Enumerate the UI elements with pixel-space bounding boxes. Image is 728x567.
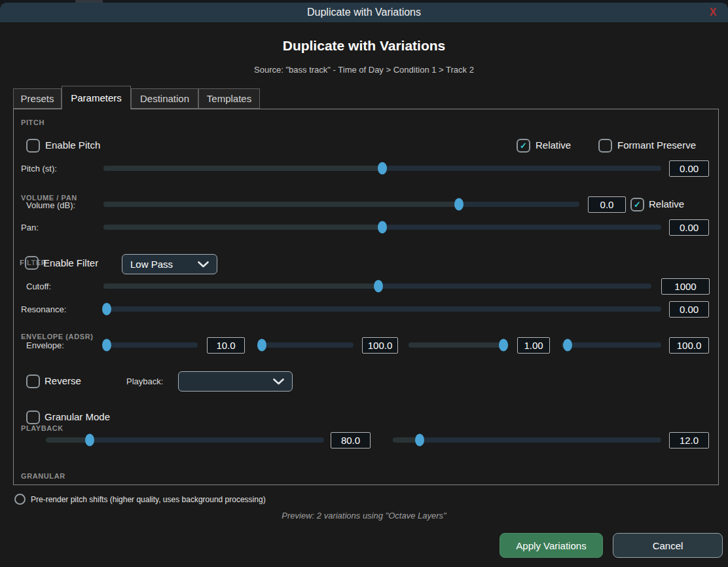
envelope-attack-value-field[interactable]: 10.0 — [207, 337, 245, 354]
pan-slider-fill — [103, 225, 382, 230]
playback-amount-value-field[interactable]: 12.0 — [669, 432, 709, 448]
duplicate-with-variations-dialog: Duplicate with Variations X Duplicate wi… — [0, 0, 728, 567]
section-label-envelope: ENVELOPE (ADSR) — [21, 333, 93, 340]
envelope-sustain-slider[interactable] — [409, 342, 509, 348]
formant-preserve-checkbox[interactable] — [598, 139, 612, 153]
pitch-row-label: Pitch (st): — [21, 164, 57, 174]
pitch-relative-label: Relative — [536, 139, 571, 151]
prerender-label: Pre-render pitch shifts (higher quality,… — [31, 495, 266, 504]
volume-slider-fill — [103, 202, 459, 207]
pitch-slider-fill — [103, 166, 382, 171]
check-icon: ✓ — [634, 200, 641, 210]
pan-value-field[interactable]: 0.00 — [669, 219, 709, 236]
playback-amount-slider[interactable] — [393, 437, 661, 443]
apply-variations-button[interactable]: Apply Variations — [500, 533, 603, 558]
prerender-radio[interactable] — [14, 494, 26, 505]
envelope-sustain-value-field[interactable]: 1.00 — [517, 337, 550, 354]
playback-mode-dropdown[interactable] — [178, 371, 293, 392]
tab-presets-label: Presets — [21, 93, 54, 104]
envelope-row-label: Envelope: — [26, 340, 64, 350]
cancel-button[interactable]: Cancel — [613, 533, 723, 558]
envelope-decay-value-field[interactable]: 100.0 — [362, 337, 398, 354]
tab-templates[interactable]: Templates — [198, 88, 260, 109]
window-title: Duplicate with Variations — [307, 7, 421, 18]
formant-preserve-label: Formant Preserve — [617, 139, 696, 151]
resonance-value-field[interactable]: 0.00 — [669, 301, 709, 318]
cutoff-slider-fill — [103, 284, 378, 289]
reverse-checkbox[interactable] — [26, 375, 40, 388]
filter-type-dropdown[interactable]: Low Pass — [122, 254, 217, 274]
cutoff-row-label: Cutoff: — [26, 282, 51, 291]
envelope-decay-handle[interactable] — [257, 339, 266, 352]
cutoff-slider-handle[interactable] — [374, 280, 383, 293]
playback-amount-handle[interactable] — [415, 434, 424, 447]
window-titlebar[interactable]: Duplicate with Variations X — [0, 3, 728, 22]
volume-relative-checkbox[interactable]: ✓ — [630, 198, 644, 211]
chevron-down-icon — [198, 261, 209, 268]
preview-text: Preview: 2 variations using "Octave Laye… — [0, 511, 728, 521]
tab-templates-label: Templates — [207, 93, 251, 104]
envelope-sustain-handle[interactable] — [499, 339, 508, 352]
pan-row-label: Pan: — [21, 223, 39, 232]
playback-speed-slider[interactable] — [46, 437, 324, 443]
envelope-release-slider[interactable] — [562, 342, 661, 348]
tab-presets[interactable]: Presets — [13, 88, 62, 109]
enable-filter-checkbox[interactable] — [25, 256, 39, 270]
tab-destination[interactable]: Destination — [131, 88, 198, 109]
envelope-attack-handle[interactable] — [102, 339, 111, 352]
chevron-down-icon — [273, 378, 284, 385]
enable-pitch-checkbox[interactable] — [26, 139, 40, 153]
volume-value-field[interactable]: 0.0 — [588, 196, 626, 213]
check-icon: ✓ — [520, 141, 527, 151]
resonance-row-label: Resonance: — [21, 304, 66, 314]
playback-speed-value-field[interactable]: 80.0 — [331, 432, 371, 448]
cutoff-slider[interactable] — [103, 284, 651, 289]
resonance-slider-handle[interactable] — [102, 303, 111, 316]
pitch-value-field[interactable]: 0.00 — [669, 160, 709, 177]
section-label-pitch: PITCH — [21, 119, 45, 126]
granular-mode-checkbox[interactable] — [26, 411, 40, 424]
playback-speed-handle[interactable] — [85, 434, 94, 447]
volume-row-label: Volume (dB): — [26, 200, 75, 210]
envelope-release-handle[interactable] — [563, 339, 572, 352]
envelope-sustain-fill — [409, 342, 503, 348]
envelope-release-value-field[interactable]: 100.0 — [669, 337, 709, 354]
apply-variations-label: Apply Variations — [516, 540, 586, 551]
pitch-relative-checkbox[interactable]: ✓ — [517, 139, 530, 153]
cancel-label: Cancel — [653, 540, 683, 551]
section-label-playback: PLAYBACK — [21, 424, 64, 432]
cutoff-value-field[interactable]: 1000 — [661, 278, 710, 295]
envelope-attack-slider[interactable] — [103, 342, 198, 348]
filter-type-value: Low Pass — [130, 259, 173, 270]
envelope-decay-slider[interactable] — [258, 342, 354, 348]
playback-row-label: Playback: — [126, 376, 163, 386]
source-breadcrumb: Source: "bass track" - Time of Day > Con… — [0, 65, 728, 75]
tab-destination-label: Destination — [140, 93, 189, 104]
close-icon[interactable]: X — [706, 6, 720, 19]
reverse-label: Reverse — [45, 375, 81, 386]
pitch-slider[interactable] — [103, 166, 661, 171]
pan-slider-handle[interactable] — [378, 221, 387, 234]
enable-filter-label: Enable Filter — [43, 257, 98, 268]
pan-slider[interactable] — [103, 225, 661, 230]
tab-parameters-label: Parameters — [71, 92, 122, 103]
playback-speed-fill — [46, 437, 90, 443]
volume-slider[interactable] — [103, 202, 579, 207]
tab-parameters[interactable]: Parameters — [62, 86, 131, 109]
section-label-granular: GRANULAR — [21, 472, 65, 480]
page-title: Duplicate with Variations — [0, 38, 728, 54]
granular-mode-label: Granular Mode — [45, 411, 110, 422]
volume-relative-label: Relative — [649, 198, 684, 210]
volume-slider-handle[interactable] — [454, 198, 464, 211]
enable-pitch-label: Enable Pitch — [45, 139, 100, 151]
resonance-slider[interactable] — [103, 306, 661, 312]
pitch-slider-handle[interactable] — [378, 162, 387, 175]
